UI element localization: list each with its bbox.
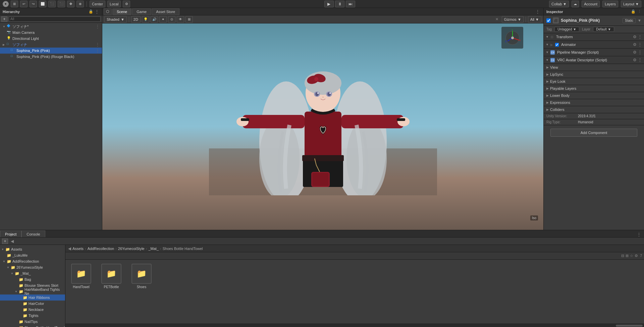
- vrc-header[interactable]: ▼ C# VRC Avatar Descriptor (Script) ⚙ ⋮: [544, 56, 644, 64]
- asset-petbottle[interactable]: 📁 PETBottle: [100, 264, 123, 289]
- sidebar-lukume[interactable]: 📁 _LukuMe: [0, 252, 65, 258]
- scene-fx-btn[interactable]: ✦: [159, 16, 167, 23]
- hierarchy-item-0[interactable]: ▼ 🔷 ソフィナ* ⋮: [0, 23, 102, 29]
- scene-toolbar-close[interactable]: ✕: [495, 17, 498, 21]
- expressions-section[interactable]: ▶ Expressions: [544, 99, 644, 106]
- pause-button[interactable]: ⏸: [335, 1, 344, 7]
- cloud-icon-btn[interactable]: ☁: [572, 1, 579, 7]
- vrc-more-icon[interactable]: ⋮: [638, 58, 642, 62]
- view-list-icon[interactable]: ⊟: [621, 254, 624, 258]
- scene-tab-more[interactable]: ⋮: [533, 9, 542, 14]
- scene-light-btn[interactable]: 💡: [142, 16, 149, 23]
- dots-icon-3[interactable]: ⋮: [95, 42, 100, 47]
- hierarchy-item-2[interactable]: 💡 Directional Light: [0, 36, 102, 42]
- play-button[interactable]: ▶: [324, 1, 334, 7]
- hierarchy-item-3[interactable]: ▶ □ ソフィナ ⋮: [0, 42, 102, 48]
- lock-inspector-icon[interactable]: 🔒: [631, 9, 636, 14]
- tab-game[interactable]: Game: [132, 8, 151, 15]
- sidebar-haircolor[interactable]: 📁 HairColor: [0, 301, 65, 307]
- sidebar-tights[interactable]: 📁 Tights: [0, 313, 65, 319]
- twod-btn[interactable]: 2D: [131, 16, 141, 23]
- view-grid-icon[interactable]: ⊞: [626, 254, 629, 258]
- playable-section[interactable]: ▶ Playable Layers: [544, 85, 644, 92]
- dots-icon-4[interactable]: ⋮: [95, 48, 100, 53]
- sidebar-bag[interactable]: 📁 Bag: [0, 276, 65, 282]
- hierarchy-item-1[interactable]: 📷 Main Camera: [0, 29, 102, 36]
- pipeline-header[interactable]: ▼ C# Pipeline Manager (Script) ⚙ ⋮: [544, 49, 644, 56]
- asset-handtowel[interactable]: 📁 HandTowel: [69, 264, 93, 289]
- sidebar-necklace[interactable]: 📁 Necklace: [0, 307, 65, 313]
- inspector-more-icon[interactable]: ⋮: [638, 9, 641, 14]
- layers-dropdown[interactable]: Layers: [602, 1, 618, 7]
- lowerbody-section[interactable]: ▶ Lower Body: [544, 92, 644, 99]
- breadcrumb-assets[interactable]: Assets: [72, 247, 84, 251]
- step-button[interactable]: ⏭: [346, 1, 355, 7]
- breadcrumb-back-btn[interactable]: ◀: [68, 246, 71, 251]
- breadcrumb-26yumecoi[interactable]: 26YumecoiStyle: [118, 247, 145, 251]
- sidebar-nailtips[interactable]: 📁 NailTips: [0, 319, 65, 325]
- scene-view[interactable]: Y X Z Iso: [102, 23, 543, 230]
- hierarchy-add-btn[interactable]: +: [1, 16, 7, 22]
- shaded-dropdown[interactable]: Shaded ▼: [104, 16, 127, 23]
- tab-project[interactable]: Project: [0, 231, 21, 237]
- toolbar-btn-2[interactable]: ↩: [20, 1, 28, 7]
- bottom-panel-more[interactable]: ⋮: [634, 232, 644, 237]
- animator-more-icon[interactable]: ⋮: [638, 42, 642, 47]
- toolbar-btn-3[interactable]: ↪: [30, 1, 37, 7]
- hierarchy-item-4[interactable]: □ Sophina_Pink (Pink) ⋮: [0, 48, 102, 54]
- pipeline-settings-icon[interactable]: ⚙: [633, 50, 637, 55]
- tab-console[interactable]: Console: [21, 231, 45, 237]
- settings-filter-icon[interactable]: ⚙: [635, 254, 638, 258]
- animator-settings-icon[interactable]: ⚙: [633, 42, 637, 47]
- hierarchy-search[interactable]: [9, 16, 101, 22]
- sidebar-shoes-bottle[interactable]: 📁 Shoes Bottle HandTowel: [0, 325, 65, 327]
- toolbar-btn-4[interactable]: ⬜: [39, 1, 46, 7]
- tab-asset-store[interactable]: Asset Store: [152, 8, 179, 15]
- more-icon[interactable]: ⋮: [95, 9, 99, 14]
- account-dropdown[interactable]: Account: [582, 1, 600, 7]
- toolbar-btn-7[interactable]: ✤: [67, 1, 74, 7]
- project-scrollbar[interactable]: [65, 324, 644, 327]
- asset-shoes[interactable]: 📁 Shoes: [130, 264, 153, 289]
- toolbar-btn-6[interactable]: ⬛: [58, 1, 65, 7]
- gizmos-dropdown[interactable]: Gizmos ▼: [502, 16, 524, 23]
- local-dropdown[interactable]: Local: [107, 1, 121, 7]
- layout-dropdown[interactable]: Layout ▼: [621, 1, 641, 7]
- sidebar-addrecollection[interactable]: ▼ 📁 AddRecollection: [0, 258, 65, 264]
- sidebar-26yumecoi[interactable]: ▼ 📁 26YumecoiStyle: [0, 264, 65, 270]
- colliders-section[interactable]: ▶ Colliders: [544, 106, 644, 113]
- tab-scene[interactable]: Scene: [112, 8, 131, 15]
- toolbar-btn-5[interactable]: ⬛: [48, 1, 56, 7]
- toolbar-btn-8[interactable]: ⊕: [76, 1, 84, 7]
- add-component-btn[interactable]: Add Component: [550, 129, 637, 137]
- animator-header[interactable]: ▼ ▶ Animator ⚙ ⋮: [544, 41, 644, 48]
- scene-extra-btn[interactable]: ⊞: [185, 16, 193, 23]
- eyelook-section[interactable]: ▶ Eye Look: [544, 78, 644, 85]
- all-dropdown[interactable]: All ▼: [528, 16, 541, 23]
- sidebar-hairmakeband[interactable]: ▼ 📁 HairMakeBand Tights Ne: [0, 288, 65, 295]
- scene-audio-btn[interactable]: 🔊: [151, 16, 158, 23]
- static-badge[interactable]: Static: [623, 18, 636, 23]
- static-dropdown-icon[interactable]: ▼: [638, 18, 641, 22]
- pipeline-more-icon[interactable]: ⋮: [638, 50, 642, 55]
- project-add-btn[interactable]: +: [2, 239, 8, 244]
- component-more-icon[interactable]: ⋮: [638, 35, 642, 39]
- scene-hide-btn[interactable]: 👁: [177, 16, 184, 23]
- object-name[interactable]: Sophina_Pink (Pink): [561, 18, 621, 23]
- view-section[interactable]: ▶ View: [544, 64, 644, 71]
- layer-value[interactable]: Default ▼: [593, 27, 614, 32]
- center-dropdown[interactable]: Center: [90, 1, 105, 7]
- component-settings-icon[interactable]: ⚙: [633, 35, 637, 39]
- animator-checkbox[interactable]: [555, 43, 559, 47]
- collab-dropdown[interactable]: Collab ▼: [549, 1, 569, 7]
- vrc-settings-icon[interactable]: ⚙: [633, 58, 637, 62]
- transform-header[interactable]: ▼ ⊞ Transform ⚙ ⋮: [544, 33, 644, 41]
- breadcrumb-addrecollection[interactable]: AddRecollection: [88, 247, 114, 251]
- scrollbar-thumb[interactable]: [616, 325, 643, 327]
- toolbar-btn-1[interactable]: ⊞: [11, 1, 18, 7]
- breadcrumb-mat[interactable]: _Mat_: [148, 247, 159, 251]
- lipsync-section[interactable]: ▶ LipSync: [544, 71, 644, 78]
- object-active-checkbox[interactable]: [546, 18, 551, 23]
- project-back-btn[interactable]: ◀: [11, 239, 14, 244]
- dots-icon[interactable]: ⋮: [95, 24, 100, 29]
